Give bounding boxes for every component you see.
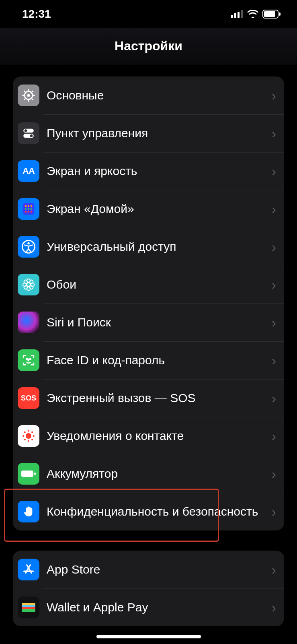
settings-row-accessibility[interactable]: Универсальный доступ›: [13, 228, 284, 266]
siri-icon: [18, 312, 39, 333]
chevron-right-icon: ›: [272, 390, 276, 406]
settings-row-battery[interactable]: Аккумулятор›: [13, 455, 284, 493]
row-label: Экран и яркость: [47, 163, 268, 179]
home-indicator[interactable]: [96, 635, 201, 638]
status-time: 12:31: [22, 8, 51, 21]
chevron-right-icon: ›: [272, 88, 276, 103]
row-label: Аккумулятор: [47, 466, 268, 481]
svg-line-15: [24, 99, 25, 100]
svg-rect-53: [21, 471, 33, 477]
settings-row-wallet[interactable]: Wallet и Apple Pay›: [13, 588, 284, 626]
svg-line-16: [32, 91, 33, 92]
settings-row-display[interactable]: AAЭкран и яркость›: [13, 152, 284, 190]
page-title: Настройки: [115, 39, 182, 54]
chevron-right-icon: ›: [272, 600, 276, 615]
row-label: Экран «Домой»: [47, 201, 268, 217]
svg-point-44: [26, 433, 31, 439]
gear-icon: [18, 85, 39, 106]
row-label: Основные: [47, 88, 268, 103]
home-grid-icon: [18, 198, 39, 220]
svg-point-43: [30, 359, 31, 360]
status-bar: 12:31: [0, 0, 297, 28]
flower-icon: [18, 274, 39, 295]
accessibility-icon: [18, 236, 39, 258]
settings-row-general[interactable]: Основные›: [13, 76, 284, 114]
settings-row-siri[interactable]: Siri и Поиск›: [13, 303, 284, 341]
svg-point-46: [28, 440, 29, 442]
settings-group: App Store›Wallet и Apple Pay›: [13, 551, 284, 626]
chevron-right-icon: ›: [272, 163, 276, 179]
settings-row-home-screen[interactable]: Экран «Домой»›: [13, 190, 284, 228]
svg-point-29: [28, 211, 30, 213]
chevron-right-icon: ›: [272, 201, 276, 217]
row-label: Пункт управления: [47, 126, 268, 141]
svg-rect-3: [241, 10, 243, 18]
svg-point-26: [28, 208, 30, 210]
hand-icon: [18, 501, 39, 522]
wallet-icon: [18, 597, 39, 618]
settings-row-exposure[interactable]: Уведомления о контакте›: [13, 417, 284, 455]
sos-icon: SOS: [18, 387, 39, 409]
svg-point-25: [25, 208, 27, 210]
status-indicators: [231, 10, 281, 19]
settings-row-wallpaper[interactable]: Обои›: [13, 266, 284, 303]
row-label: Универсальный доступ: [47, 239, 268, 254]
settings-list[interactable]: Основные›Пункт управления›AAЭкран и ярко…: [0, 64, 297, 644]
settings-row-control-center[interactable]: Пункт управления›: [13, 114, 284, 152]
svg-point-50: [31, 431, 33, 433]
settings-row-appstore[interactable]: App Store›: [13, 551, 284, 588]
chevron-right-icon: ›: [272, 562, 276, 578]
row-label: Face ID и код-пароль: [47, 353, 268, 368]
row-label: Уведомления о контакте: [47, 428, 268, 444]
row-label: Обои: [47, 277, 268, 292]
chevron-right-icon: ›: [272, 466, 276, 482]
chevron-right-icon: ›: [272, 239, 276, 255]
svg-point-23: [28, 205, 30, 207]
settings-row-privacy[interactable]: Конфиденциальность и безопасность›: [13, 493, 284, 530]
svg-point-47: [23, 435, 24, 437]
nav-header: Настройки: [0, 28, 297, 64]
chevron-right-icon: ›: [272, 504, 276, 520]
row-label: Экстренный вызов — SOS: [47, 390, 268, 406]
svg-point-27: [31, 208, 33, 210]
svg-point-30: [31, 211, 33, 213]
svg-rect-6: [279, 12, 281, 16]
battery-icon: [18, 463, 39, 485]
svg-point-52: [31, 439, 33, 440]
svg-point-32: [27, 242, 30, 245]
toggles-icon: [18, 122, 39, 144]
chevron-right-icon: ›: [272, 315, 276, 330]
svg-point-48: [33, 435, 35, 437]
chevron-right-icon: ›: [272, 126, 276, 141]
svg-rect-5: [264, 11, 275, 17]
svg-point-8: [27, 94, 30, 97]
faceid-icon: [18, 349, 39, 371]
row-label: Wallet и Apple Pay: [47, 600, 268, 615]
svg-line-14: [32, 99, 33, 100]
appstore-icon: [18, 559, 39, 580]
settings-row-faceid[interactable]: Face ID и код-пароль›: [13, 341, 284, 379]
text-size-icon: AA: [18, 160, 39, 182]
settings-group: Основные›Пункт управления›AAЭкран и ярко…: [13, 76, 284, 530]
svg-rect-2: [238, 12, 240, 18]
svg-point-18: [25, 129, 27, 132]
exposure-icon: [18, 425, 39, 447]
row-label: App Store: [47, 562, 268, 577]
wifi-icon: [247, 10, 258, 18]
svg-point-28: [25, 211, 27, 213]
row-label: Siri и Поиск: [47, 315, 268, 330]
chevron-right-icon: ›: [272, 277, 276, 293]
svg-point-20: [30, 134, 33, 137]
svg-point-42: [26, 359, 27, 360]
svg-point-24: [31, 205, 33, 207]
chevron-right-icon: ›: [272, 353, 276, 368]
settings-row-sos[interactable]: SOSЭкстренный вызов — SOS›: [13, 379, 284, 417]
svg-point-33: [27, 283, 31, 287]
svg-line-13: [24, 91, 25, 92]
svg-point-49: [24, 431, 26, 433]
svg-rect-1: [234, 13, 236, 18]
cellular-icon: [231, 10, 243, 18]
svg-point-51: [24, 439, 26, 440]
svg-rect-0: [231, 15, 233, 18]
svg-rect-62: [22, 609, 35, 612]
